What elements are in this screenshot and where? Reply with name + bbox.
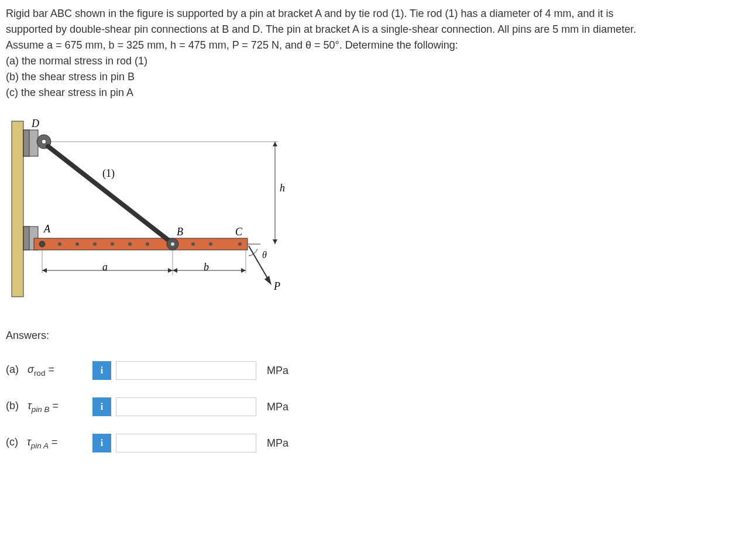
answer-row-a: (a) σrod = i MPa (6, 361, 750, 380)
mechanics-diagram: D A (1) B C (6, 118, 293, 300)
answer-a-unit: MPa (267, 363, 288, 379)
answer-b-input[interactable] (116, 397, 256, 416)
answer-b-label: (b) τpin B = (6, 398, 88, 416)
problem-statement: Rigid bar ABC shown in the figure is sup… (6, 6, 750, 101)
svg-rect-0 (23, 130, 29, 156)
problem-figure: D A (1) B C (6, 118, 750, 304)
answer-a-input[interactable] (116, 361, 256, 380)
svg-marker-18 (168, 268, 173, 273)
label-p: P (273, 280, 280, 292)
rigid-bar (34, 238, 248, 250)
svg-point-12 (238, 242, 242, 246)
svg-point-11 (209, 242, 212, 246)
problem-line-2: supported by double-shear pin connection… (6, 22, 750, 37)
svg-marker-24 (264, 276, 272, 285)
problem-part-b: (b) the shear stress in pin B (6, 69, 750, 85)
answers-section: Answers: (a) σrod = i MPa (b) τpin B = i… (6, 328, 750, 452)
info-icon[interactable]: i (92, 397, 111, 416)
svg-marker-21 (173, 268, 177, 273)
answer-a-label: (a) σrod = (6, 362, 88, 379)
answer-c-input[interactable] (116, 434, 256, 452)
problem-part-c: (c) the shear stress in pin A (6, 85, 750, 101)
answer-c-label: (c) τpin A = (6, 434, 88, 452)
svg-point-6 (93, 242, 97, 246)
svg-point-10 (191, 242, 195, 246)
answer-row-b: (b) τpin B = i MPa (6, 397, 750, 416)
problem-line-3: Assume a = 675 mm, b = 325 mm, h = 475 m… (6, 37, 750, 53)
problem-line-1: Rigid bar ABC shown in the figure is sup… (6, 6, 750, 22)
label-a: A (43, 223, 51, 235)
tie-rod (48, 146, 170, 241)
label-a-dim: a (102, 261, 108, 273)
svg-point-9 (146, 242, 149, 246)
answers-heading: Answers: (6, 328, 750, 344)
svg-point-8 (128, 242, 132, 246)
answer-c-unit: MPa (267, 435, 288, 451)
svg-rect-2 (23, 227, 29, 250)
pin-a (39, 241, 45, 247)
answer-b-unit: MPa (267, 399, 288, 415)
label-h: h (280, 182, 285, 194)
label-d: D (31, 118, 39, 129)
svg-point-4 (58, 242, 61, 246)
problem-part-a: (a) the normal stress in rod (1) (6, 53, 750, 69)
answer-row-c: (c) τpin A = i MPa (6, 434, 750, 452)
svg-marker-22 (241, 268, 246, 273)
label-c: C (235, 226, 243, 238)
svg-marker-17 (42, 268, 47, 273)
info-icon[interactable]: i (92, 434, 111, 452)
label-b: B (177, 226, 183, 238)
svg-point-5 (75, 242, 79, 246)
svg-point-1 (42, 139, 46, 144)
label-theta: θ (262, 250, 267, 260)
svg-marker-14 (273, 142, 277, 146)
svg-marker-15 (273, 239, 277, 244)
label-b-dim: b (204, 261, 209, 273)
info-icon[interactable]: i (92, 361, 111, 380)
svg-point-13 (171, 242, 174, 246)
wall (12, 121, 23, 297)
svg-point-7 (111, 242, 114, 246)
label-rod: (1) (102, 167, 115, 180)
